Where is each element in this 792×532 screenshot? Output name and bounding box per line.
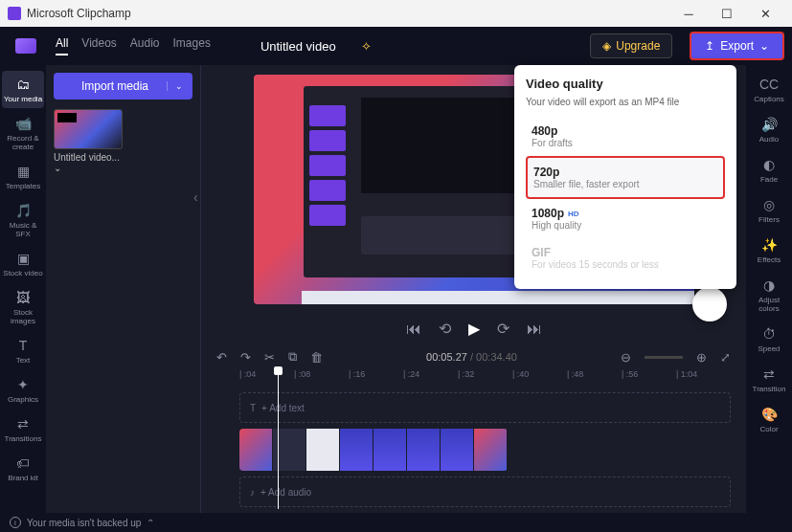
playhead-handle[interactable] — [274, 366, 283, 375]
zoom-fit-icon[interactable]: ⤢ — [720, 350, 731, 365]
nav-label: Stock video — [3, 269, 42, 277]
media-tabs: All Videos Audio Images — [56, 36, 211, 55]
nav-music-sfx[interactable]: 🎵Music & SFX — [2, 197, 44, 243]
audio-track[interactable]: ♪ + Add audio — [239, 477, 731, 507]
nav-graphics[interactable]: ✦Graphics — [2, 371, 44, 409]
nav-label: Transitions — [5, 434, 42, 443]
prop-icon: ◎ — [760, 196, 778, 213]
video-clip[interactable] — [239, 429, 508, 471]
nav-transitions[interactable]: ⇄Transitions — [2, 410, 44, 448]
right-sidebar: CCCaptions🔊Audio◐Fade◎Filters✨Effects◑Ad… — [746, 65, 792, 513]
import-dropdown-icon[interactable]: ⌄ — [167, 81, 183, 91]
prop-adjust-colors[interactable]: ◑Adjust colors — [748, 272, 790, 318]
scissors-icon[interactable]: ✂ — [264, 350, 275, 365]
trash-icon[interactable]: 🗑 — [310, 350, 323, 365]
ruler-tick: | :08 — [294, 369, 349, 387]
prop-filters[interactable]: ◎Filters — [748, 191, 790, 229]
timeline-toolbar: ↶ ↷ ✂ ⧉ 🗑 00:05.27 / 00:34.40 ⊖ ⊕ ⤢ — [201, 344, 746, 370]
nav-text[interactable]: TText — [2, 332, 44, 369]
tab-images[interactable]: Images — [173, 36, 211, 55]
import-media-button[interactable]: Import media ⌄ — [54, 73, 192, 100]
zoom-slider[interactable] — [645, 356, 683, 359]
skip-start-icon[interactable]: ⏮ — [406, 321, 421, 338]
nav-icon: 🏷 — [14, 454, 32, 472]
topbar: All Videos Audio Images Untitled video ✧… — [0, 27, 792, 65]
prop-fade[interactable]: ◐Fade — [748, 151, 790, 188]
maximize-button[interactable]: ☐ — [708, 7, 746, 21]
export-option-gif[interactable]: GIF For videos 15 seconds or less — [526, 238, 725, 277]
nav-label: Your media — [4, 95, 42, 103]
prop-label: Speed — [758, 344, 780, 353]
skip-end-icon[interactable]: ⏭ — [527, 321, 542, 338]
nav-label: Templates — [6, 182, 40, 190]
prop-transition[interactable]: ⇄Transition — [748, 361, 790, 398]
upgrade-label: Upgrade — [616, 39, 660, 53]
undo-icon[interactable]: ↶ — [216, 350, 227, 365]
export-option-1080p[interactable]: 1080p HD High quality — [526, 199, 725, 238]
center-area: ‹ Video quality Your video will export a… — [201, 65, 746, 513]
prop-captions[interactable]: CCCaptions — [748, 71, 790, 108]
prop-audio[interactable]: 🔊Audio — [748, 111, 790, 148]
prop-label: Adjust colors — [748, 296, 790, 313]
nav-icon: ✦ — [14, 376, 32, 393]
step-back-icon[interactable]: ⟲ — [439, 320, 451, 338]
timeline-ruler[interactable]: | :04| :08| :16| :24| :32| :40| :48| :56… — [201, 369, 746, 387]
upgrade-button[interactable]: ◈ Upgrade — [590, 33, 672, 58]
ruler-tick: | :04 — [239, 369, 294, 387]
play-button[interactable]: ▶ — [468, 320, 480, 338]
tab-videos[interactable]: Videos — [81, 36, 116, 55]
info-icon: i — [10, 517, 21, 528]
clipchamp-logo-icon — [15, 38, 36, 54]
app-icon — [8, 7, 21, 20]
nav-your-media[interactable]: 🗂Your media — [2, 71, 44, 108]
nav-stock-video[interactable]: ▣Stock video — [2, 245, 44, 282]
prop-effects[interactable]: ✨Effects — [748, 232, 790, 269]
close-button[interactable]: ✕ — [746, 7, 784, 21]
prop-label: Color — [759, 425, 778, 433]
nav-icon: 📹 — [14, 115, 32, 132]
nav-label: Graphics — [8, 395, 38, 404]
tab-audio[interactable]: Audio — [130, 36, 160, 55]
export-option-480p[interactable]: 480p For drafts — [526, 117, 725, 156]
minimize-button[interactable]: ─ — [669, 7, 708, 21]
nav-label: Stock images — [2, 308, 44, 325]
music-icon: ♪ — [250, 487, 255, 498]
step-forward-icon[interactable]: ⟳ — [497, 320, 509, 338]
prop-label: Audio — [759, 135, 779, 144]
ruler-tick: | 1:04 — [676, 369, 731, 387]
window-titlebar: Microsoft Clipchamp ─ ☐ ✕ — [0, 0, 792, 27]
preview-fab[interactable] — [692, 287, 727, 321]
video-track[interactable] — [239, 429, 731, 471]
audio-track-placeholder: + Add audio — [260, 487, 311, 498]
nav-record-create[interactable]: 📹Record & create — [2, 110, 44, 156]
collapse-panel-icon[interactable]: ‹ — [193, 189, 198, 205]
ai-sparkle-icon[interactable]: ✧ — [361, 39, 372, 54]
ruler-tick: | :24 — [403, 369, 458, 387]
nav-icon: 🗂 — [14, 76, 32, 93]
nav-icon: 🎵 — [14, 202, 32, 219]
media-clip[interactable]: Untitled video... ⌄ — [54, 109, 123, 173]
export-button[interactable]: ↥ Export ⌄ — [690, 32, 784, 60]
ruler-tick: | :56 — [622, 369, 676, 387]
zoom-in-icon[interactable]: ⊕ — [696, 350, 707, 365]
nav-stock-images[interactable]: 🖼Stock images — [2, 284, 44, 330]
prop-color[interactable]: 🎨Color — [748, 401, 790, 438]
project-title[interactable]: Untitled video — [260, 39, 336, 54]
nav-templates[interactable]: ▦Templates — [2, 158, 44, 195]
prop-speed[interactable]: ⏱Speed — [748, 321, 790, 358]
left-sidebar: 🗂Your media📹Record & create▦Templates🎵Mu… — [0, 65, 46, 513]
ruler-tick: | :32 — [458, 369, 512, 387]
ruler-tick: | :48 — [567, 369, 622, 387]
import-label: Import media — [63, 79, 167, 93]
zoom-out-icon[interactable]: ⊖ — [621, 350, 631, 365]
export-option-720p[interactable]: 720p Smaller file, faster export — [526, 156, 725, 199]
nav-icon: T — [14, 337, 32, 354]
copy-icon[interactable]: ⧉ — [288, 349, 297, 365]
nav-brand-kit[interactable]: 🏷Brand kit — [2, 450, 44, 487]
redo-icon[interactable]: ↷ — [240, 350, 251, 365]
text-track[interactable]: T + Add text — [239, 392, 731, 423]
nav-label: Text — [16, 356, 31, 365]
chevron-up-icon[interactable]: ⌃ — [147, 518, 154, 528]
tab-all[interactable]: All — [56, 36, 68, 55]
playback-controls: ⏮ ⟲ ▶ ⟳ ⏭ — [201, 314, 746, 344]
